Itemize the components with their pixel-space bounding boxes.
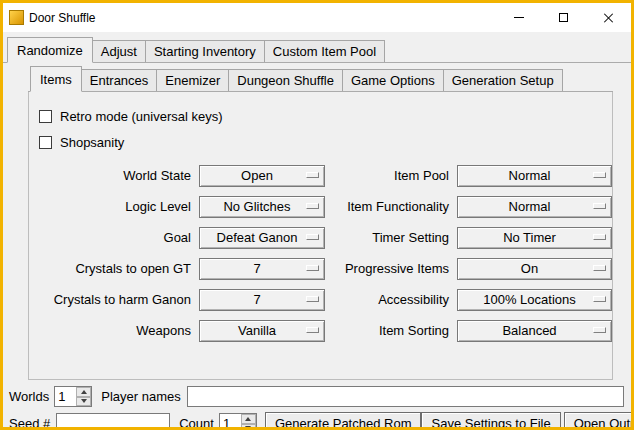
count-spinner[interactable]: 1 (219, 413, 257, 427)
tab-generation-setup[interactable]: Generation Setup (443, 69, 563, 91)
app-icon (9, 10, 24, 25)
inner-tab-bar: Items Entrances Enemizer Dungeon Shuffle… (28, 66, 613, 92)
dropdown-indicator-icon (306, 327, 319, 333)
tab-starting-inventory[interactable]: Starting Inventory (145, 40, 265, 62)
settings-grid: World State Open Item Pool Normal Logic … (29, 160, 612, 346)
tab-enemizer[interactable]: Enemizer (156, 69, 229, 91)
worlds-value: 1 (55, 387, 76, 406)
seed-input[interactable] (56, 413, 170, 427)
dropdown-indicator-icon (306, 296, 319, 302)
world-state-dropdown[interactable]: Open (199, 165, 325, 187)
tab-dungeon-shuffle[interactable]: Dungeon Shuffle (228, 69, 343, 91)
worlds-spinner-down[interactable] (76, 397, 91, 407)
item-pool-label: Item Pool (331, 168, 449, 183)
item-functionality-label: Item Functionality (331, 199, 449, 214)
arrow-down-icon (245, 426, 251, 427)
maximize-icon (559, 13, 568, 22)
count-spinner-down[interactable] (241, 424, 256, 428)
tab-adjust[interactable]: Adjust (92, 40, 146, 62)
count-value: 1 (220, 414, 241, 427)
arrow-up-icon (81, 390, 87, 394)
dropdown-indicator-icon (306, 234, 319, 240)
logic-level-value: No Glitches (223, 199, 290, 214)
crystals-ganon-label: Crystals to harm Ganon (29, 292, 191, 307)
count-label: Count (179, 416, 214, 427)
timer-setting-value: No Timer (503, 230, 556, 245)
worlds-spinner[interactable]: 1 (54, 386, 92, 407)
dropdown-indicator-icon (306, 265, 319, 271)
dropdown-indicator-icon (593, 203, 606, 209)
item-functionality-dropdown[interactable]: Normal (457, 196, 612, 218)
logic-level-label: Logic Level (29, 199, 191, 214)
weapons-label: Weapons (29, 323, 191, 338)
goal-value: Defeat Ganon (217, 230, 298, 245)
crystals-ganon-value: 7 (253, 292, 260, 307)
save-settings-button[interactable]: Save Settings to File (421, 412, 560, 428)
outer-tab-bar: Randomize Adjust Starting Inventory Cust… (3, 32, 631, 63)
window-controls (496, 3, 631, 32)
worlds-row: Worlds 1 Player names (9, 384, 625, 409)
crystals-ganon-dropdown[interactable]: 7 (199, 289, 325, 311)
tab-game-options[interactable]: Game Options (342, 69, 444, 91)
window: Door Shuffle Randomize Adjust Starting I… (0, 0, 634, 430)
goal-label: Goal (29, 230, 191, 245)
tab-custom-item-pool[interactable]: Custom Item Pool (264, 40, 385, 62)
maximize-button[interactable] (541, 3, 586, 32)
progressive-items-label: Progressive Items (331, 261, 449, 276)
world-state-value: Open (241, 168, 273, 183)
randomize-page: Items Entrances Enemizer Dungeon Shuffle… (28, 66, 613, 380)
form-row: Weapons Vanilla Item Sorting Balanced (29, 315, 612, 346)
form-row: Logic Level No Glitches Item Functionali… (29, 191, 612, 222)
form-row: World State Open Item Pool Normal (29, 160, 612, 191)
dropdown-indicator-icon (593, 172, 606, 178)
bottom-bar: Worlds 1 Player names Seed # Count 1 (3, 380, 631, 427)
window-title: Door Shuffle (29, 11, 96, 25)
checkbox-icon (39, 136, 52, 149)
generate-patched-rom-button[interactable]: Generate Patched Rom (265, 412, 422, 428)
timer-setting-dropdown[interactable]: No Timer (457, 227, 612, 249)
progressive-items-value: On (521, 261, 538, 276)
titlebar: Door Shuffle (3, 3, 631, 32)
crystals-gt-value: 7 (253, 261, 260, 276)
seed-row: Seed # Count 1 Generate Patched Rom Save… (9, 411, 625, 427)
accessibility-value: 100% Locations (483, 292, 576, 307)
crystals-gt-dropdown[interactable]: 7 (199, 258, 325, 280)
worlds-label: Worlds (9, 389, 49, 404)
logic-level-dropdown[interactable]: No Glitches (199, 196, 325, 218)
dropdown-indicator-icon (593, 296, 606, 302)
tab-items[interactable]: Items (30, 66, 82, 92)
minimize-button[interactable] (496, 3, 541, 32)
minimize-icon (514, 17, 524, 18)
close-button[interactable] (586, 3, 631, 32)
goal-dropdown[interactable]: Defeat Ganon (199, 227, 325, 249)
dropdown-indicator-icon (306, 203, 319, 209)
dropdown-indicator-icon (593, 327, 606, 333)
crystals-gt-label: Crystals to open GT (29, 261, 191, 276)
items-pane: Retro mode (universal keys) Shopsanity W… (28, 92, 613, 380)
world-state-label: World State (29, 168, 191, 183)
retro-mode-checkbox[interactable]: Retro mode (universal keys) (39, 106, 612, 126)
progressive-items-dropdown[interactable]: On (457, 258, 612, 280)
item-sorting-dropdown[interactable]: Balanced (457, 320, 612, 342)
open-output-directory-button[interactable]: Open Output Directory (564, 412, 631, 428)
player-names-input[interactable] (187, 386, 624, 407)
shopsanity-label: Shopsanity (60, 135, 124, 150)
form-row: Crystals to open GT 7 Progressive Items … (29, 253, 612, 284)
shopsanity-checkbox[interactable]: Shopsanity (39, 132, 612, 152)
dropdown-indicator-icon (593, 234, 606, 240)
item-pool-dropdown[interactable]: Normal (457, 165, 612, 187)
worlds-spinner-up[interactable] (76, 387, 91, 397)
accessibility-dropdown[interactable]: 100% Locations (457, 289, 612, 311)
tab-randomize[interactable]: Randomize (7, 37, 93, 63)
item-sorting-label: Item Sorting (331, 323, 449, 338)
weapons-value: Vanilla (238, 323, 276, 338)
item-sorting-value: Balanced (502, 323, 556, 338)
checkbox-icon (39, 110, 52, 123)
weapons-dropdown[interactable]: Vanilla (199, 320, 325, 342)
count-spinner-up[interactable] (241, 414, 256, 424)
accessibility-label: Accessibility (331, 292, 449, 307)
retro-mode-label: Retro mode (universal keys) (60, 109, 223, 124)
close-icon (603, 12, 614, 23)
tab-entrances[interactable]: Entrances (81, 69, 158, 91)
dropdown-indicator-icon (593, 265, 606, 271)
